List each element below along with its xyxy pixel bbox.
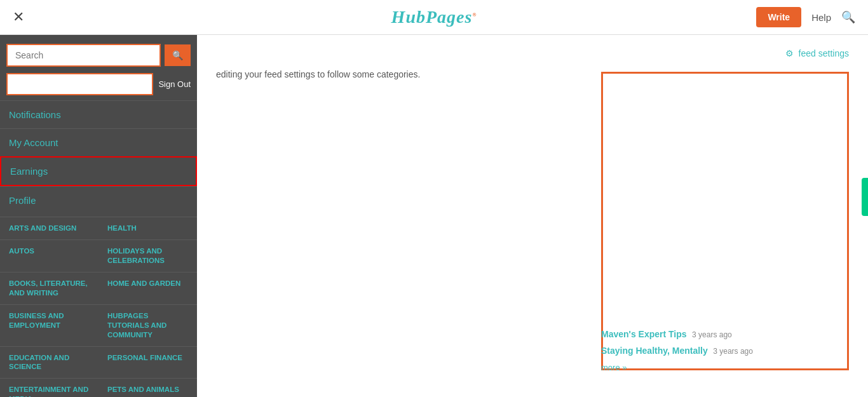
sidebar-item-notifications[interactable]: Notifications [0, 100, 197, 128]
close-button[interactable]: ✕ [13, 9, 24, 25]
write-button[interactable]: Write [756, 7, 801, 27]
ad-box [601, 72, 849, 370]
search-button[interactable]: 🔍 [165, 44, 191, 66]
category-personal-finance[interactable]: PERSONAL FINANCE [98, 346, 197, 379]
header-actions: Write Help 🔍 [756, 7, 855, 27]
signout-button[interactable]: Sign Out [158, 79, 191, 89]
category-holidays[interactable]: HOLIDAYS AND CELEBRATIONS [98, 239, 197, 272]
article-links: Maven's Expert Tips 3 years ago Staying … [601, 328, 849, 378]
search-input-wrapper [6, 44, 161, 67]
gear-icon: ⚙ [785, 48, 794, 58]
category-business[interactable]: BUSINESS AND EMPLOYMENT [0, 304, 98, 346]
site-logo: HubPages® [391, 7, 477, 27]
article-link-2[interactable]: Staying Healthy, Mentally [601, 346, 708, 356]
search-icon[interactable]: 🔍 [841, 10, 855, 24]
main-content: ⚙ feed settings editing your feed settin… [197, 35, 868, 397]
article-time-2: 3 years ago [713, 347, 753, 356]
feed-settings-link[interactable]: ⚙ feed settings [785, 48, 849, 58]
feed-settings-row: ⚙ feed settings [216, 48, 849, 59]
category-pets[interactable]: PETS AND ANIMALS [98, 378, 197, 397]
search-area: 🔍 [0, 35, 197, 73]
search-input[interactable] [8, 45, 159, 65]
article-time-1: 3 years ago [692, 330, 732, 339]
search-magnifier-icon: 🔍 [172, 50, 183, 60]
category-books[interactable]: BOOKS, LITERATURE, AND WRITING [0, 272, 98, 304]
more-link[interactable]: more » [601, 363, 627, 372]
more-row: more » [601, 361, 849, 373]
category-entertainment[interactable]: ENTERTAINMENT AND MEDIA [0, 378, 98, 397]
sidebar: 🔍 Sign Out Notifications My Account Earn… [0, 35, 197, 397]
signin-area: Sign Out [0, 73, 197, 100]
category-hubpages-tutorials[interactable]: HUBPAGES TUTORIALS AND COMMUNITY [98, 304, 197, 346]
category-autos[interactable]: AUTOS [0, 239, 98, 272]
sidebar-item-earnings[interactable]: Earnings [0, 156, 197, 186]
category-education[interactable]: EDUCATION AND SCIENCE [0, 346, 98, 379]
sidebar-item-profile[interactable]: Profile [0, 186, 197, 214]
article-link-1[interactable]: Maven's Expert Tips [601, 329, 687, 339]
close-icon: ✕ [13, 9, 24, 25]
category-health[interactable]: HEALTH [98, 217, 197, 239]
green-tab [862, 178, 868, 216]
article-row-1: Maven's Expert Tips 3 years ago [601, 328, 849, 340]
signin-input[interactable] [6, 73, 153, 95]
header: ✕ HubPages® Write Help 🔍 [0, 0, 868, 35]
category-arts-design[interactable]: ARTS AND DESIGN [0, 217, 98, 239]
category-grid: ARTS AND DESIGN HEALTH AUTOS HOLIDAYS AN… [0, 214, 197, 397]
article-row-2: Staying Healthy, Mentally 3 years ago [601, 345, 849, 356]
category-home-garden[interactable]: HOME AND GARDEN [98, 272, 197, 304]
help-link[interactable]: Help [811, 12, 831, 23]
sidebar-item-my-account[interactable]: My Account [0, 128, 197, 156]
